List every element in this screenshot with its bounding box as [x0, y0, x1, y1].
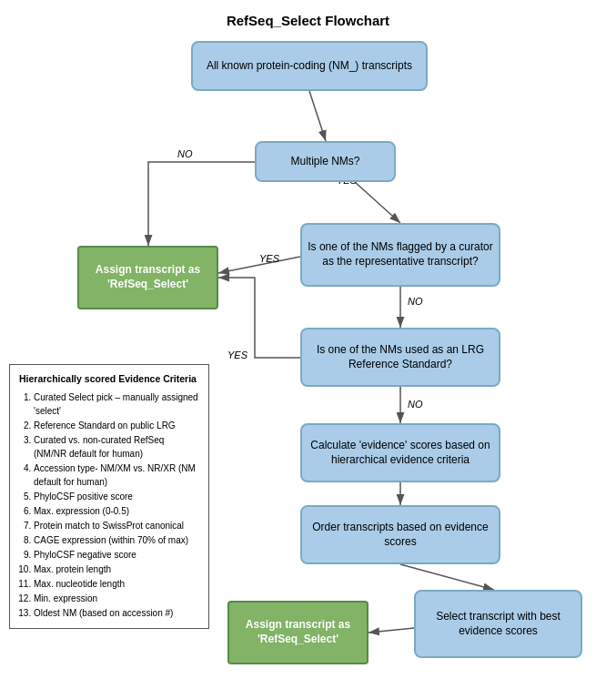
box-calculate-evidence: Calculate 'evidence' scores based on hie… — [300, 423, 500, 482]
evidence-item-4: Accession type- NM/XM vs. NR/XR (NM defa… — [34, 461, 199, 489]
box-curator-flagged: Is one of the NMs flagged by a curator a… — [300, 223, 500, 287]
evidence-criteria-list: Curated Select pick – manually assigned … — [19, 390, 199, 620]
box-assign-refseq-bottom: Assign transcript as 'RefSeq_Select' — [227, 601, 369, 664]
label-no-multiple: NO — [177, 148, 193, 159]
flowchart-container: RefSeq_Select Flowchart NO Y — [0, 0, 616, 689]
evidence-item-10: Max. protein length — [34, 562, 199, 576]
svg-line-1 — [309, 91, 326, 141]
evidence-item-6: Max. expression (0-0.5) — [34, 504, 199, 518]
evidence-item-2: Reference Standard on public LRG — [34, 419, 199, 432]
box-order-transcripts: Order transcripts based on evidence scor… — [300, 505, 500, 564]
box-all-transcripts: All known protein-coding (NM_) transcrip… — [191, 41, 428, 91]
evidence-item-3: Curated vs. non-curated RefSeq (NM/NR de… — [34, 433, 199, 461]
label-yes-lrg: YES — [227, 350, 247, 360]
box-lrg-standard: Is one of the NMs used as an LRG Referen… — [300, 328, 500, 387]
evidence-item-12: Min. expression — [34, 592, 199, 605]
svg-line-2 — [355, 182, 400, 223]
box-assign-refseq-top: Assign transcript as 'RefSeq_Select' — [77, 246, 218, 309]
box-multiple-nms: Multiple NMs? — [255, 141, 396, 182]
evidence-criteria-box: Hierarchically scored Evidence Criteria … — [9, 364, 209, 629]
evidence-item-1: Curated Select pick – manually assigned … — [34, 390, 199, 418]
page-title: RefSeq_Select Flowchart — [0, 13, 616, 28]
label-no-lrg: NO — [408, 399, 423, 410]
evidence-item-13: Oldest NM (based on accession #) — [34, 606, 199, 620]
label-no-curator: NO — [408, 296, 423, 307]
label-yes-curator: YES — [259, 253, 279, 264]
evidence-item-8: CAGE expression (within 70% of max) — [34, 533, 199, 547]
svg-line-7 — [400, 564, 494, 590]
evidence-item-11: Max. nucleotide length — [34, 577, 199, 591]
box-best-evidence: Select transcript with best evidence sco… — [414, 590, 582, 658]
svg-line-8 — [369, 628, 414, 633]
evidence-criteria-title: Hierarchically scored Evidence Criteria — [19, 372, 199, 387]
evidence-item-9: PhyloCSF negative score — [34, 548, 199, 562]
evidence-item-7: Protein match to SwissProt canonical — [34, 519, 199, 532]
evidence-item-5: PhyloCSF positive score — [34, 490, 199, 503]
